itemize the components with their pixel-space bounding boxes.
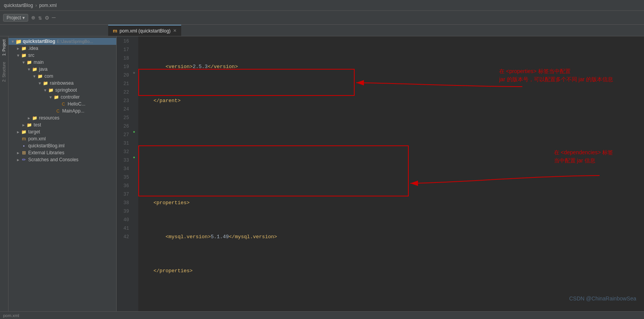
iml-file-icon: ▪ <box>21 143 27 149</box>
line-num-31: 31 <box>117 139 129 148</box>
code-line-21: <mysql.version>5.1.49</mysql.version> <box>141 233 644 241</box>
idea-folder-icon: 📁 <box>21 45 27 51</box>
tab-icon: m <box>113 28 117 34</box>
tree-com[interactable]: ▼ 📁 com <box>8 73 116 80</box>
code-line-19 <box>141 165 644 173</box>
line-num-23: 23 <box>117 97 129 105</box>
controller-folder-icon: 📁 <box>53 94 59 100</box>
code-area[interactable]: <version>2.5.3</version> </parent> <prop… <box>138 36 644 311</box>
idea-arrow: ► <box>15 46 21 51</box>
tree-ext-lib[interactable]: ► ⊞ External Libraries <box>8 149 116 156</box>
line-num-41: 41 <box>117 224 129 233</box>
main-arrow: ▼ <box>21 60 26 65</box>
tab-close-icon[interactable]: ✕ <box>173 28 177 33</box>
hello-file-icon: C <box>60 101 66 107</box>
idea-label: .idea <box>28 46 38 51</box>
line-num-32: 32 <box>117 148 129 156</box>
tab-project[interactable]: 1: Project <box>1 36 7 59</box>
tree-mainapp[interactable]: C MainApp... <box>8 107 116 114</box>
project-dropdown[interactable]: Project ▾ <box>3 14 28 22</box>
resources-arrow: ► <box>26 116 32 120</box>
resources-folder-icon: 📁 <box>32 115 38 121</box>
bottom-status: pom.xml <box>3 313 19 318</box>
line-num-33: 33 <box>117 156 129 165</box>
toolbar-icon-sync[interactable]: ⇅ <box>38 14 42 22</box>
test-folder-icon: 📁 <box>26 122 32 128</box>
tree-rainbowsea[interactable]: ▼ 📁 rainbowsea <box>8 80 116 87</box>
title-separator: › <box>35 3 37 8</box>
pom-arrow <box>15 137 21 141</box>
iml-arrow <box>15 144 21 148</box>
com-label: com <box>44 73 53 79</box>
springboot-arrow: ▼ <box>42 88 48 92</box>
line-num-26: 26 <box>117 122 129 131</box>
hello-arrow <box>55 102 60 106</box>
line-num-21: 21 <box>117 80 129 88</box>
line-num-17: 17 <box>117 46 129 54</box>
project-label: Project <box>7 15 21 20</box>
line-num-38: 38 <box>117 199 129 207</box>
controller-arrow: ▼ <box>48 95 53 99</box>
ext-lib-label: External Libraries <box>28 150 64 155</box>
tree-java[interactable]: ▼ 📁 java <box>8 66 116 73</box>
bottom-bar: pom.xml <box>0 311 644 319</box>
com-folder-icon: 📁 <box>37 73 43 79</box>
tree-idea[interactable]: ► 📁 .idea <box>8 45 116 52</box>
tab-pom-xml[interactable]: m pom.xml (quickstartBlog) ✕ <box>108 25 181 36</box>
line-num-37: 37 <box>117 190 129 199</box>
iml-label: quickstartBlog.iml <box>28 143 65 148</box>
tree-resources[interactable]: ► 📁 resources <box>8 114 116 121</box>
tree-pom[interactable]: m pom.xml <box>8 135 116 142</box>
line-num-36: 36 <box>117 182 129 190</box>
tab-structure[interactable]: 2: Structure <box>1 59 7 85</box>
line-num-22: 22 <box>117 88 129 97</box>
rainbowsea-label: rainbowsea <box>50 80 73 86</box>
tree-scratches[interactable]: ► ✏ Scratches and Consoles <box>8 156 116 163</box>
controller-label: controller <box>61 94 80 100</box>
code-line-18 <box>141 131 644 139</box>
target-folder-icon: 📁 <box>21 129 27 135</box>
java-arrow: ▼ <box>26 67 32 72</box>
tree-target[interactable]: ► 📁 target <box>8 128 116 135</box>
dropdown-arrow: ▾ <box>22 15 25 20</box>
title-bar: quickstartBlog › pom.xml <box>0 0 644 11</box>
far-left-tabs: 1: Project 2: Structure <box>0 36 8 311</box>
line-num-18: 18 <box>117 54 129 63</box>
line-num-25: 25 <box>117 114 129 122</box>
toolbar-icon-add[interactable]: ⊕ <box>31 14 35 22</box>
tree-hello[interactable]: C HelloC... <box>8 101 116 107</box>
line-num-39: 39 <box>117 207 129 216</box>
hello-label: HelloC... <box>68 101 85 107</box>
tree-src[interactable]: ▼ 📁 src <box>8 52 116 59</box>
code-line-23 <box>141 301 644 309</box>
toolbar-icon-settings[interactable]: ⚙ <box>45 14 49 22</box>
line-num-35: 35 <box>117 173 129 182</box>
line-num-24: 24 <box>117 105 129 114</box>
target-label: target <box>28 129 40 135</box>
code-line-16: <version>2.5.3</version> <box>141 63 644 71</box>
main-content: 1: Project 2: Structure ▼ 📁 quickstartBl… <box>0 36 644 311</box>
toolbar: Project ▾ ⊕ ⇅ ⚙ — <box>0 11 644 25</box>
test-arrow: ► <box>21 123 26 127</box>
toolbar-icon-minus[interactable]: — <box>52 14 56 21</box>
springboot-folder-icon: 📁 <box>48 87 54 93</box>
line-num-42: 42 <box>117 233 129 241</box>
editor-content[interactable]: 16 17 18 19 20 21 22 23 24 25 26 27 31 3… <box>117 36 644 311</box>
gutter: ◈ ● ● <box>132 36 138 311</box>
tree-test[interactable]: ► 📁 test <box>8 121 116 128</box>
src-label: src <box>28 53 34 58</box>
tree-springboot[interactable]: ▼ 📁 springboot <box>8 87 116 94</box>
tree-iml[interactable]: ▪ quickstartBlog.iml <box>8 142 116 149</box>
main-label: main <box>34 60 44 65</box>
project-tree: ▼ 📁 quickstartBlog E:\Java\SpringBo... ►… <box>8 36 116 311</box>
root-path: E:\Java\SpringBo... <box>57 39 93 44</box>
code-line-17: </parent> <box>141 97 644 105</box>
tree-main[interactable]: ▼ 📁 main <box>8 59 116 66</box>
resources-label: resources <box>39 115 59 121</box>
scratches-label: Scratches and Consoles <box>28 157 78 162</box>
tree-controller[interactable]: ▼ 📁 controller <box>8 94 116 101</box>
scratches-arrow: ► <box>15 158 21 162</box>
mainapp-label: MainApp... <box>62 108 84 114</box>
ext-lib-icon: ⊞ <box>21 150 27 156</box>
tree-root[interactable]: ▼ 📁 quickstartBlog E:\Java\SpringBo... <box>8 38 116 45</box>
